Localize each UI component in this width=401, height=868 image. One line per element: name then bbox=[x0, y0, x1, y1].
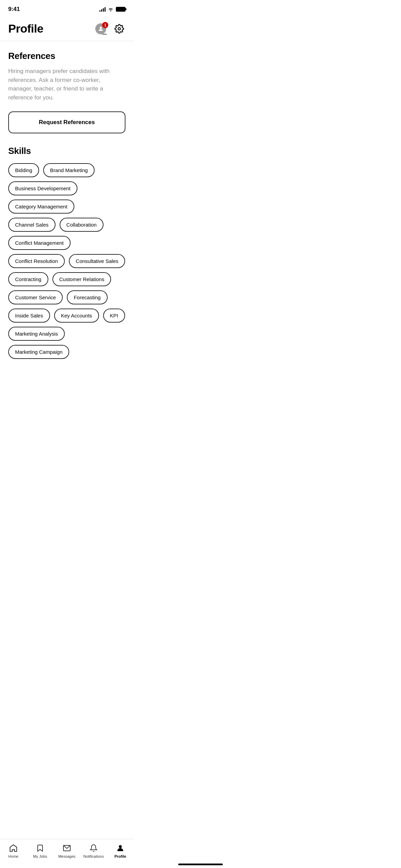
skill-tag[interactable]: Consultative Sales bbox=[69, 254, 125, 268]
main-content: References Hiring managers prefer candid… bbox=[0, 41, 134, 393]
skill-tag[interactable]: Business Developement bbox=[8, 181, 77, 195]
header-actions: 1 bbox=[94, 23, 125, 35]
skill-tag[interactable]: Collaboration bbox=[60, 218, 104, 232]
skill-tag[interactable]: Key Accounts bbox=[54, 309, 99, 323]
skill-tag[interactable]: Marketing Campaign bbox=[8, 345, 69, 359]
svg-point-1 bbox=[118, 27, 121, 30]
page-header: Profile 1 bbox=[0, 16, 134, 41]
skill-tag[interactable]: Inside Sales bbox=[8, 309, 50, 323]
request-references-button[interactable]: Request References bbox=[8, 111, 125, 133]
skills-title: Skills bbox=[8, 146, 125, 156]
skill-tag[interactable]: Marketing Analysis bbox=[8, 327, 65, 341]
status-icons bbox=[99, 7, 125, 12]
settings-button[interactable] bbox=[113, 23, 125, 35]
skill-tag[interactable]: Contracting bbox=[8, 272, 48, 286]
references-title: References bbox=[8, 51, 125, 61]
skills-container: BiddingBrand MarketingBusiness Developem… bbox=[8, 163, 125, 359]
signal-icon bbox=[99, 7, 106, 12]
skill-tag[interactable]: Category Management bbox=[8, 200, 74, 214]
skill-tag[interactable]: Customer Relations bbox=[52, 272, 111, 286]
page-title: Profile bbox=[8, 22, 43, 35]
skill-tag[interactable]: Forecasting bbox=[67, 290, 107, 304]
svg-point-0 bbox=[100, 27, 102, 29]
skill-tag[interactable]: KPI bbox=[103, 309, 125, 323]
notification-badge: 1 bbox=[102, 22, 108, 28]
notification-button[interactable]: 1 bbox=[94, 23, 108, 35]
status-time: 9:41 bbox=[8, 6, 20, 13]
skill-tag[interactable]: Conflict Management bbox=[8, 236, 71, 250]
battery-icon bbox=[116, 7, 125, 12]
gear-icon bbox=[114, 24, 124, 34]
skill-tag[interactable]: Conflict Resolution bbox=[8, 254, 65, 268]
skill-tag[interactable]: Bidding bbox=[8, 163, 39, 177]
skill-tag[interactable]: Customer Service bbox=[8, 290, 63, 304]
wifi-icon bbox=[108, 7, 114, 12]
references-description: Hiring managers prefer candidates with r… bbox=[8, 67, 125, 102]
status-bar: 9:41 bbox=[0, 0, 134, 16]
skill-tag[interactable]: Channel Sales bbox=[8, 218, 56, 232]
skill-tag[interactable]: Brand Marketing bbox=[43, 163, 95, 177]
